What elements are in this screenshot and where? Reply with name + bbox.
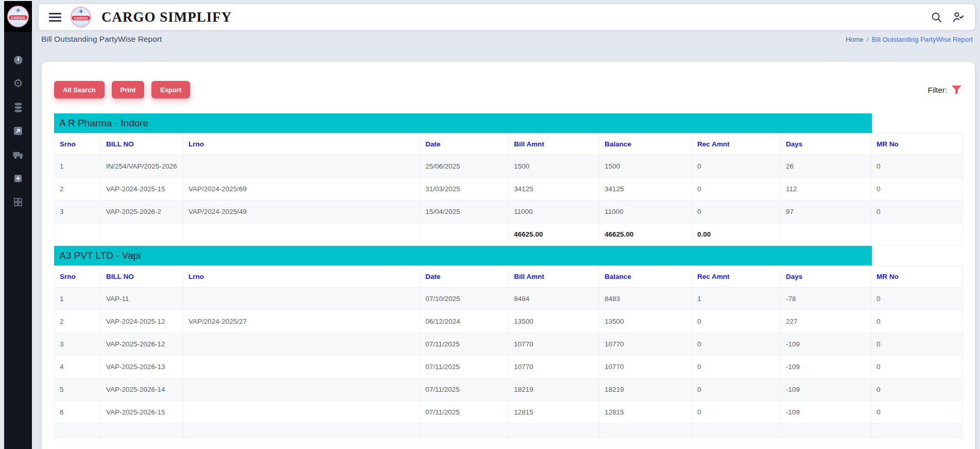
- table-cell: 0: [692, 178, 781, 201]
- table-cell: 2: [55, 178, 101, 201]
- table-cell: [55, 223, 101, 246]
- table-cell: 34125: [599, 178, 692, 201]
- column-header-row: SrnoBILL NOLrnoDateBill AmntBalanceRec A…: [55, 134, 963, 155]
- hamburger-menu-icon[interactable]: [49, 13, 61, 22]
- breadcrumb-home-link[interactable]: Home: [846, 36, 864, 43]
- table-cell: 07/11/2025: [420, 401, 509, 424]
- table-cell: [781, 223, 871, 246]
- table-row: 6VAP-2025-2026-1507/11/202512815128150-1…: [55, 401, 963, 424]
- table-cell: [183, 356, 420, 378]
- table-cell: 11000: [599, 201, 692, 223]
- table-cell: 13500: [509, 310, 599, 333]
- column-header: Bill Amnt: [509, 134, 599, 155]
- plane-icon: ✈: [72, 9, 90, 14]
- column-header: Lrno: [183, 266, 420, 288]
- table-cell: 0: [692, 201, 781, 223]
- sidebar-item-add[interactable]: [12, 173, 24, 184]
- table-cell: 0: [871, 155, 963, 178]
- totals-row: 46625.0046625.000.00: [55, 223, 963, 246]
- print-button[interactable]: Print: [112, 81, 145, 98]
- table-cell: 07/10/2025: [420, 288, 509, 310]
- table-cell: -109: [781, 401, 871, 424]
- table-cell: VAP/2024-2025/27: [183, 310, 420, 333]
- party-section: A3 PVT LTD - VapiSrnoBILL NOLrnoDateBill…: [54, 246, 962, 439]
- breadcrumb-separator: /: [867, 36, 869, 43]
- table-cell: 8484: [509, 288, 599, 310]
- table-cell: -109: [781, 333, 871, 356]
- table-cell: 34125: [509, 178, 599, 201]
- report-sections: A R Pharma - IndoreSrnoBILL NOLrnoDateBi…: [54, 113, 962, 439]
- sidebar-item-database[interactable]: [12, 102, 24, 113]
- table-cell: 0: [692, 333, 781, 356]
- sidebar-item-external-link[interactable]: [12, 125, 24, 137]
- column-header: Date: [420, 266, 509, 288]
- totals-rec-amnt: 0.00: [692, 223, 781, 246]
- column-header: Rec Amnt: [692, 134, 781, 155]
- table-cell: 26: [781, 155, 871, 178]
- table-cell: -78: [781, 288, 871, 310]
- table-cell: 1: [692, 288, 781, 310]
- column-header: Balance: [599, 266, 692, 288]
- all-search-button[interactable]: All Search: [54, 81, 105, 98]
- table-cell: 12815: [509, 401, 599, 424]
- table-cell: [183, 288, 420, 310]
- table-cell: [183, 155, 420, 178]
- user-check-icon[interactable]: [952, 11, 965, 24]
- table-cell: 0: [692, 401, 781, 424]
- table-cell: [101, 424, 183, 439]
- table-cell: 13500: [599, 310, 692, 333]
- column-header: Balance: [599, 134, 692, 155]
- table-cell: 97: [781, 201, 871, 223]
- table-cell: 4: [55, 356, 101, 378]
- table-cell: [101, 223, 183, 246]
- column-header: Rec Amnt: [692, 266, 781, 288]
- table-cell: 12815: [599, 401, 692, 424]
- table-cell: [871, 424, 963, 439]
- sidebar-item-truck[interactable]: [12, 149, 24, 160]
- table-cell: 1500: [599, 155, 692, 178]
- table-cell: 1: [55, 288, 101, 310]
- table-cell: 0: [871, 333, 963, 356]
- table-cell: 8483: [599, 288, 692, 310]
- plus-square-icon: [13, 174, 23, 183]
- sidebar-item-grid[interactable]: [12, 196, 24, 208]
- table-row: 2VAP-2024-2025-15VAP/2024-2025/6931/03/2…: [55, 178, 963, 201]
- table-cell: [183, 223, 420, 246]
- cargo-logo-icon: ✈ CARGO: [7, 6, 29, 27]
- column-header: BILL NO: [101, 266, 183, 288]
- cargo-logo-icon: ✈ CARGO: [71, 7, 91, 27]
- export-button[interactable]: Export: [151, 81, 190, 98]
- table-row: 4VAP-2025-2026-1307/11/202510770107700-1…: [55, 356, 963, 378]
- table-cell: 3: [55, 201, 101, 223]
- report-table: SrnoBILL NOLrnoDateBill AmntBalanceRec A…: [54, 133, 963, 246]
- sidebar-item-settings[interactable]: ⚙: [12, 78, 24, 89]
- sidebar-item-dashboard[interactable]: [12, 54, 24, 65]
- table-row: 3VAP-2025-2026-1207/11/202510770107700-1…: [55, 333, 963, 356]
- table-cell: 0: [692, 378, 781, 401]
- table-cell: VAP-2024-2025-15: [101, 178, 183, 201]
- search-icon[interactable]: [931, 11, 942, 23]
- breadcrumb-current[interactable]: Bill Outstanding PartyWise Report: [871, 36, 973, 43]
- table-cell: [871, 223, 963, 246]
- table-cell: 0: [871, 288, 963, 310]
- table-cell: 11000: [509, 201, 599, 223]
- filter-funnel-icon[interactable]: [951, 84, 962, 96]
- table-row: 2VAP-2024-2025-12VAP/2024-2025/2706/12/2…: [55, 310, 963, 333]
- table-cell: VAP-2025-2026-2: [101, 201, 183, 223]
- sidebar: ✈ CARGO ⚙: [4, 1, 32, 449]
- table-cell: [183, 378, 420, 401]
- table-cell: 10770: [599, 333, 692, 356]
- totals-rec-amnt: [692, 424, 781, 439]
- table-cell: [55, 424, 101, 439]
- column-header-row: SrnoBILL NOLrnoDateBill AmntBalanceRec A…: [55, 266, 963, 288]
- totals-bill-amnt: [509, 424, 599, 439]
- table-cell: [183, 401, 420, 424]
- table-cell: 06/12/2024: [420, 310, 509, 333]
- filter-label: Filter:: [928, 86, 948, 94]
- table-cell: VAP-2025-2026-14: [101, 378, 183, 401]
- table-cell: 0: [871, 201, 963, 223]
- table-cell: -109: [781, 356, 871, 378]
- sidebar-logo[interactable]: ✈ CARGO: [4, 1, 32, 32]
- totals-balance: 46625.00: [599, 223, 692, 246]
- table-row: 1VAP-1107/10/2025848484831-780: [55, 288, 963, 310]
